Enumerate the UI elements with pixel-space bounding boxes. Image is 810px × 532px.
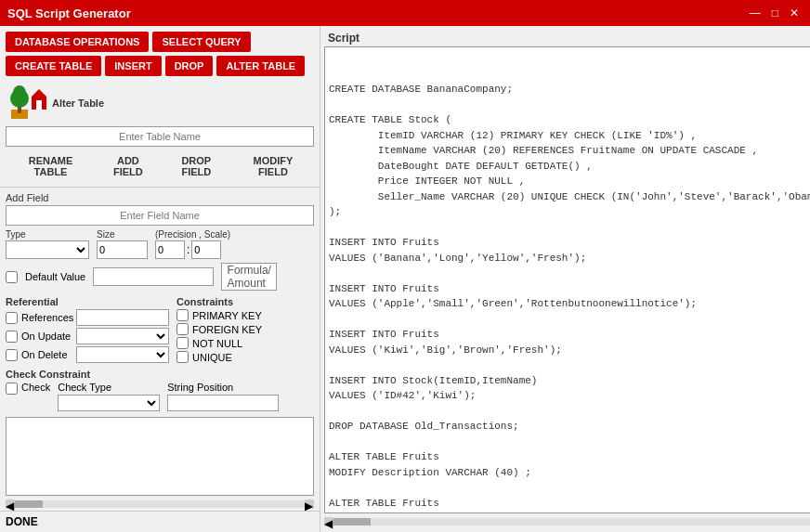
app-logo	[6, 82, 46, 123]
foreign-key-label: FOREIGN KEY	[192, 324, 262, 335]
not-null-row: NOT NULL	[176, 337, 314, 349]
h-scrollbar-track[interactable]	[15, 500, 305, 508]
unique-row: UNIQUE	[176, 351, 314, 363]
drop-field-button[interactable]: DROP FIELD	[161, 152, 232, 180]
references-input[interactable]	[76, 309, 169, 326]
toolbar-row1: DATABASE OPERATIONS SELECT QUERY	[0, 26, 320, 54]
modify-field-button[interactable]: MODIFY FIELD	[232, 152, 314, 180]
unique-label: UNIQUE	[192, 352, 232, 363]
sql-textarea[interactable]	[7, 418, 313, 495]
check-col: Check	[6, 382, 50, 395]
foreign-key-checkbox[interactable]	[176, 323, 189, 335]
on-update-select[interactable]	[76, 328, 169, 344]
scroll-left-btn[interactable]: ◀	[6, 500, 15, 509]
not-null-label: NOT NULL	[192, 338, 242, 349]
on-delete-select[interactable]	[76, 346, 169, 363]
main-container: DATABASE OPERATIONS SELECT QUERY CREATE …	[0, 26, 810, 532]
check-checkbox[interactable]	[6, 383, 18, 395]
check-label: Check	[21, 382, 50, 393]
on-delete-checkbox[interactable]	[6, 349, 18, 361]
right-panel: Script CREATE DATABASE BananaCompany; CR…	[320, 26, 810, 532]
formula-label: Formula/Amount	[228, 264, 271, 290]
string-position-col: String Position	[167, 382, 279, 411]
type-size-row: Type Size (Precision , Scale) :	[6, 229, 314, 259]
check-type-label: Check Type	[58, 382, 160, 393]
table-name-box[interactable]	[6, 126, 314, 147]
done-label: DONE	[6, 515, 38, 528]
references-row: References	[6, 309, 169, 326]
database-operations-button[interactable]: DATABASE OPERATIONS	[6, 32, 149, 52]
on-delete-row: On Delete	[6, 346, 169, 363]
scroll-right-btn[interactable]: ▶	[305, 500, 314, 509]
h-scrollbar-area: ◀ ▶	[0, 498, 320, 511]
add-field-section: Add Field Type Size (Precision , Scale)	[0, 190, 320, 296]
left-panel: DATABASE OPERATIONS SELECT QUERY CREATE …	[0, 26, 320, 532]
constraints-section: Constraints PRIMARY KEY FOREIGN KEY NOT …	[176, 296, 314, 365]
references-label: References	[21, 312, 72, 323]
alter-table-button[interactable]: ALTER TABLE	[216, 56, 305, 76]
title-bar: SQL Script Generator — □ ✕	[0, 0, 810, 26]
field-name-input[interactable]	[9, 210, 310, 221]
create-table-button[interactable]: CREATE TABLE	[6, 56, 101, 76]
insert-button[interactable]: INSERT	[105, 56, 161, 76]
svg-point-3	[13, 85, 26, 100]
on-update-label: On Update	[21, 331, 72, 342]
add-field-button[interactable]: ADD FIELD	[96, 152, 161, 180]
precision-input[interactable]	[155, 240, 185, 259]
script-hscroll: ◀ ▶	[324, 515, 810, 528]
check-row: Check Check Type String Position	[6, 382, 314, 411]
size-input[interactable]	[97, 240, 148, 259]
ref-constraints-row: Referential References On Update On Dele…	[0, 296, 320, 365]
alter-table-header: Alter Table	[0, 80, 320, 124]
close-button[interactable]: ✕	[786, 7, 803, 19]
default-value-checkbox[interactable]	[6, 271, 18, 283]
string-position-input[interactable]	[167, 395, 279, 411]
svg-marker-4	[32, 89, 46, 97]
rename-table-button[interactable]: RENAME TABLE	[6, 152, 96, 180]
referential-section: Referential References On Update On Dele…	[6, 296, 169, 365]
scale-input[interactable]	[191, 240, 221, 259]
alter-table-label: Alter Table	[52, 97, 104, 109]
check-type-select[interactable]	[58, 395, 160, 411]
svg-rect-6	[36, 100, 42, 110]
string-position-label: String Position	[167, 382, 279, 393]
script-area[interactable]: CREATE DATABASE BananaCompany; CREATE TA…	[324, 46, 810, 513]
primary-key-checkbox[interactable]	[176, 309, 189, 321]
type-label: Type	[6, 229, 89, 240]
not-null-checkbox[interactable]	[176, 337, 189, 349]
script-scroll-track[interactable]	[333, 518, 810, 526]
script-scroll-left[interactable]: ◀	[324, 517, 333, 526]
on-update-row: On Update	[6, 328, 169, 344]
type-group: Type	[6, 229, 89, 259]
sql-text-area[interactable]	[6, 417, 314, 496]
default-value-label: Default Value	[25, 271, 85, 282]
h-scrollbar-thumb[interactable]	[15, 500, 43, 508]
done-bar: DONE	[0, 511, 320, 532]
default-value-input[interactable]	[93, 267, 214, 286]
check-constraint-section: Check Constraint Check Check Type String…	[0, 369, 320, 411]
references-checkbox[interactable]	[6, 312, 18, 324]
add-field-label: Add Field	[6, 192, 314, 203]
maximize-button[interactable]: □	[768, 7, 782, 19]
type-select[interactable]	[6, 240, 89, 259]
default-formula-row: Default Value Formula/Amount	[6, 263, 314, 291]
window-controls: — □ ✕	[746, 7, 803, 19]
app-title: SQL Script Generator	[7, 6, 131, 20]
constraints-title: Constraints	[176, 296, 314, 307]
check-constraint-title: Check Constraint	[6, 369, 314, 380]
table-name-input[interactable]	[9, 131, 310, 142]
field-name-box[interactable]	[6, 205, 314, 226]
on-update-checkbox[interactable]	[6, 331, 18, 343]
minimize-button[interactable]: —	[746, 7, 764, 19]
primary-key-row: PRIMARY KEY	[176, 309, 314, 321]
select-query-button[interactable]: SELECT QUERY	[152, 32, 250, 52]
script-scroll-thumb[interactable]	[333, 518, 371, 526]
toolbar-row2: CREATE TABLE INSERT DROP ALTER TABLE	[0, 54, 320, 80]
unique-checkbox[interactable]	[176, 351, 189, 363]
drop-button[interactable]: DROP	[165, 56, 214, 76]
check-type-col: Check Type	[58, 382, 160, 411]
prec-scale-label: (Precision , Scale)	[155, 229, 230, 240]
script-label: Script	[324, 30, 810, 46]
foreign-key-row: FOREIGN KEY	[176, 323, 314, 335]
action-buttons: RENAME TABLE ADD FIELD DROP FIELD MODIFY…	[0, 149, 320, 184]
